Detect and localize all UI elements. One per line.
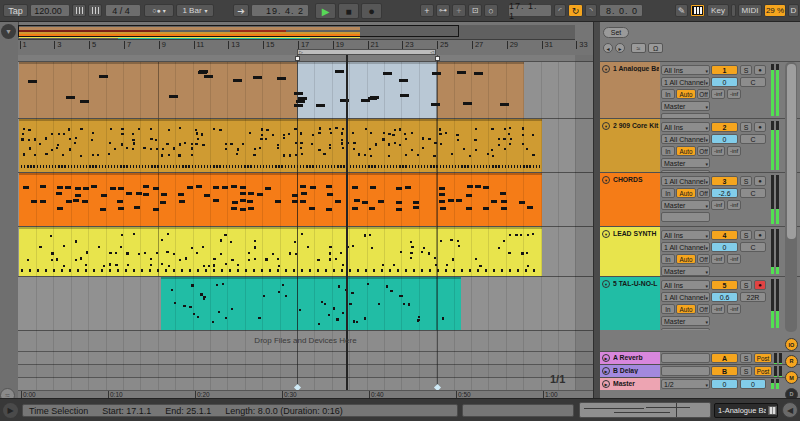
- pan-field[interactable]: C: [740, 242, 766, 252]
- mixer-toggle-r[interactable]: R: [785, 355, 798, 368]
- metronome-button[interactable]: ○●▾: [144, 4, 174, 17]
- volume-field[interactable]: 0: [711, 77, 738, 87]
- zoom-scroll-strip[interactable]: [579, 402, 711, 418]
- return-letter-button[interactable]: A: [711, 353, 738, 363]
- solo-button[interactable]: S: [740, 65, 752, 75]
- clip[interactable]: [19, 173, 542, 226]
- overview-view-box[interactable]: [18, 25, 459, 37]
- routing-select[interactable]: 1 All Channel▾: [661, 242, 710, 252]
- monitor-in-button[interactable]: In: [661, 89, 675, 99]
- routing-select[interactable]: 1 All Channel▾: [661, 77, 710, 87]
- pan-field[interactable]: C: [740, 134, 766, 144]
- punch-in-button[interactable]: ◜: [554, 4, 566, 17]
- pan-field[interactable]: 22R: [740, 292, 766, 302]
- arm-button[interactable]: ●: [754, 230, 766, 240]
- solo-button[interactable]: S: [740, 230, 752, 240]
- routing-select[interactable]: Master▾: [661, 158, 710, 168]
- selection-handle[interactable]: [295, 56, 300, 61]
- master-volume-field[interactable]: 0: [711, 379, 738, 389]
- selection-handle[interactable]: [435, 56, 440, 61]
- reenable-automation-button[interactable]: +: [452, 4, 466, 17]
- return-lane-a[interactable]: [18, 352, 593, 364]
- record-button[interactable]: ●: [361, 3, 382, 19]
- return-header[interactable]: ▶A ReverbASPost: [600, 352, 800, 364]
- master-lane[interactable]: [18, 378, 593, 390]
- master-pan-field[interactable]: 0: [740, 379, 766, 389]
- monitor-off-button[interactable]: Off: [697, 304, 710, 314]
- bar-ruler[interactable]: 13579111315171921232527293133▷◁: [18, 40, 593, 56]
- follow-button[interactable]: ➔: [233, 4, 249, 17]
- nudge-down-button[interactable]: [72, 4, 86, 17]
- master-header[interactable]: ▶Master1/2▾00: [600, 378, 800, 390]
- monitor-in-button[interactable]: In: [661, 188, 675, 198]
- track-name-block[interactable]: ▼1 Analogue Ba: [600, 62, 660, 118]
- track-name-block[interactable]: ▶Master: [600, 378, 660, 390]
- mixer-toggle-m[interactable]: M: [785, 371, 798, 384]
- track-header[interactable]: ▼5 TAL-U-NO-LAll Ins▾1 All Channel▾InAut…: [600, 277, 800, 330]
- stop-button[interactable]: ■: [338, 3, 359, 19]
- monitor-in-button[interactable]: In: [661, 254, 675, 264]
- routing-select[interactable]: All Ins▾: [661, 230, 710, 240]
- send-b-field[interactable]: -inf: [727, 254, 741, 264]
- monitor-auto-button[interactable]: Auto: [676, 146, 696, 156]
- clip[interactable]: [19, 119, 542, 172]
- punch-out-button[interactable]: ◝: [585, 4, 597, 17]
- track-number-button[interactable]: 5: [711, 280, 738, 290]
- selected-clip-chooser[interactable]: 1-Analogue Bass: [714, 403, 778, 418]
- send-b-field[interactable]: -inf: [727, 304, 741, 314]
- volume-field[interactable]: 0: [711, 242, 738, 252]
- return-header[interactable]: ▶B DelayBSPost: [600, 365, 800, 377]
- arrangement-position-field[interactable]: 19. 4. 2: [251, 4, 309, 17]
- pan-field[interactable]: C: [740, 188, 766, 198]
- arrangement-overview[interactable]: [18, 25, 575, 40]
- track-header[interactable]: ▼2 909 Core KitAll Ins▾1 All Channel▾InA…: [600, 119, 800, 172]
- monitor-off-button[interactable]: Off: [697, 89, 710, 99]
- pre-post-toggle[interactable]: Post: [754, 366, 772, 376]
- unfold-track-icon[interactable]: ▼: [602, 176, 610, 184]
- send-b-field[interactable]: -inf: [727, 200, 741, 210]
- arm-button[interactable]: ●: [754, 65, 766, 75]
- set-locator-button[interactable]: Set: [603, 27, 629, 38]
- monitor-off-button[interactable]: Off: [697, 146, 710, 156]
- key-map-button[interactable]: Key: [707, 4, 729, 17]
- routing-select[interactable]: 1 All Channel▾: [661, 176, 710, 186]
- solo-button[interactable]: S: [740, 176, 752, 186]
- back-to-arrangement-button[interactable]: ▼: [1, 24, 16, 39]
- automation-arm-button[interactable]: ⊶: [436, 4, 450, 17]
- track-name-block[interactable]: ▶B Delay: [600, 365, 660, 377]
- track-number-button[interactable]: 3: [711, 176, 738, 186]
- follow-scroll-button[interactable]: ≈: [0, 388, 15, 398]
- disk-overload-indicator[interactable]: D: [788, 4, 799, 17]
- return-letter-button[interactable]: B: [711, 366, 738, 376]
- unfold-track-icon[interactable]: ▼: [602, 122, 610, 130]
- send-a-field[interactable]: -inf: [711, 304, 725, 314]
- monitor-auto-button[interactable]: Auto: [676, 188, 696, 198]
- solo-button[interactable]: S: [740, 280, 752, 290]
- track-number-button[interactable]: 4: [711, 230, 738, 240]
- arrangement-view[interactable]: ▼≈13579111315171921232527293133▷◁Drop Fi…: [0, 22, 593, 398]
- track-header[interactable]: ▼CHORDS1 All Channel▾InAutoOffMaster▾3S●…: [600, 173, 800, 226]
- automation-mode-button[interactable]: ≈: [631, 43, 646, 53]
- clip[interactable]: [161, 277, 461, 330]
- monitor-in-button[interactable]: In: [661, 304, 675, 314]
- return-solo-button[interactable]: S: [740, 366, 752, 376]
- routing-select[interactable]: Master▾: [661, 316, 710, 326]
- track-name-block[interactable]: ▶A Reverb: [600, 352, 660, 364]
- monitor-auto-button[interactable]: Auto: [676, 89, 696, 99]
- session-record-button[interactable]: ○: [484, 4, 498, 17]
- panel-divider[interactable]: [593, 22, 600, 398]
- send-a-field[interactable]: -inf: [711, 146, 725, 156]
- routing-select[interactable]: Master▾: [661, 101, 710, 111]
- send-a-field[interactable]: -inf: [711, 89, 725, 99]
- quantization-menu[interactable]: 1 Bar▾: [176, 4, 214, 17]
- time-signature-field[interactable]: 4 / 4: [105, 4, 141, 17]
- track-name-block[interactable]: ▼5 TAL-U-NO-L: [600, 277, 660, 330]
- return-solo-button[interactable]: S: [740, 353, 752, 363]
- pan-field[interactable]: C: [740, 77, 766, 87]
- clip[interactable]: [19, 62, 524, 118]
- arm-button[interactable]: ●: [754, 176, 766, 186]
- track-name-block[interactable]: ▼LEAD SYNTH: [600, 227, 660, 276]
- monitor-auto-button[interactable]: Auto: [676, 304, 696, 314]
- return-lane-b[interactable]: [18, 365, 593, 377]
- monitor-off-button[interactable]: Off: [697, 188, 710, 198]
